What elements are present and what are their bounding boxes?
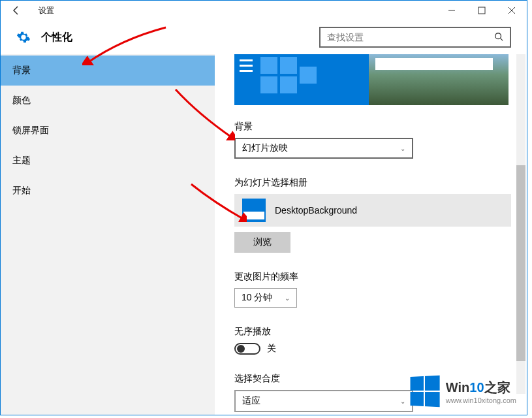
chevron-down-icon: ⌄ <box>285 295 290 302</box>
sidebar-item-background[interactable]: 背景 <box>1 56 215 86</box>
dropdown-value: 幻灯片放映 <box>242 142 288 154</box>
chevron-down-icon: ⌄ <box>400 398 405 405</box>
minimize-button[interactable] <box>437 1 467 20</box>
watermark-brand: Win10之家 <box>446 379 516 396</box>
album-label: 为幻灯片选择相册 <box>234 177 516 189</box>
window-title: 设置 <box>39 5 54 16</box>
sidebar-item-themes[interactable]: 主题 <box>1 146 215 176</box>
gear-icon <box>16 30 31 44</box>
folder-icon <box>242 199 266 222</box>
back-button[interactable] <box>6 1 27 20</box>
scrollbar-thumb[interactable] <box>516 165 525 361</box>
svg-line-3 <box>501 38 503 40</box>
fit-dropdown[interactable]: 适应 ⌄ <box>234 390 413 412</box>
sidebar-item-lockscreen[interactable]: 锁屏界面 <box>1 116 215 146</box>
search-box[interactable] <box>319 27 511 48</box>
preview-start-menu <box>234 54 369 105</box>
background-dropdown[interactable]: 幻灯片放映 ⌄ <box>234 138 413 159</box>
sidebar-item-colors[interactable]: 颜色 <box>1 86 215 116</box>
sidebar: 背景 颜色 锁屏界面 主题 开始 <box>1 54 215 415</box>
main-content: 背景 幻灯片放映 ⌄ 为幻灯片选择相册 DesktopBackground 浏览… <box>215 54 527 415</box>
frequency-dropdown[interactable]: 10 分钟 ⌄ <box>234 288 297 308</box>
maximize-button[interactable] <box>467 1 497 20</box>
album-name: DesktopBackground <box>275 205 357 216</box>
album-item[interactable]: DesktopBackground <box>234 194 511 227</box>
scrollbar-track[interactable] <box>516 54 525 394</box>
preview-wallpaper <box>369 54 509 105</box>
background-label: 背景 <box>234 121 516 133</box>
shuffle-label: 无序播放 <box>234 326 516 338</box>
sidebar-item-label: 主题 <box>12 155 31 167</box>
dropdown-value: 适应 <box>242 395 260 407</box>
page-title: 个性化 <box>41 31 72 44</box>
svg-point-2 <box>495 33 501 39</box>
search-icon <box>494 32 503 43</box>
browse-button[interactable]: 浏览 <box>234 232 290 253</box>
watermark: Win10之家 www.win10xitong.com <box>409 376 516 406</box>
watermark-url: www.win10xitong.com <box>446 396 516 404</box>
shuffle-toggle[interactable] <box>234 343 260 355</box>
sidebar-item-label: 锁屏界面 <box>12 125 49 137</box>
svg-rect-1 <box>478 7 485 14</box>
sidebar-item-label: 背景 <box>12 65 31 76</box>
search-input[interactable] <box>327 32 494 42</box>
dropdown-value: 10 分钟 <box>242 292 272 304</box>
close-button[interactable] <box>497 1 527 20</box>
sidebar-item-label: 颜色 <box>12 95 31 106</box>
sidebar-item-start[interactable]: 开始 <box>1 176 215 206</box>
desktop-preview <box>234 54 509 105</box>
chevron-down-icon: ⌄ <box>400 145 405 152</box>
windows-logo-icon <box>410 376 439 407</box>
toggle-state: 关 <box>267 343 276 355</box>
frequency-label: 更改图片的频率 <box>234 271 516 283</box>
sidebar-item-label: 开始 <box>12 185 31 197</box>
